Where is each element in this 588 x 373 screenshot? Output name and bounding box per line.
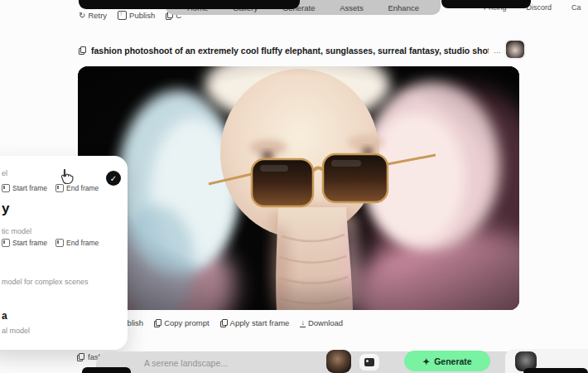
apply-frame-icon [220, 319, 228, 327]
retry-label: Retry [88, 11, 107, 20]
model-option-1-subtitle: el [2, 169, 7, 177]
side-card-image-edge [523, 368, 588, 373]
apply-start-frame-button[interactable]: Apply start frame [220, 318, 290, 327]
download-label: Download [308, 318, 343, 327]
previous-card-image-edge-right [441, 0, 531, 8]
sparkle-icon: ✦ [422, 356, 430, 366]
more-indicator[interactable]: … [494, 46, 501, 55]
detail-card-actions: Publish Copy prompt Apply start frame ↓ … [106, 318, 343, 327]
model-option-1-frames: Start frame End frame [2, 184, 99, 192]
model-option-2-frames: Start frame End frame [2, 239, 99, 247]
generated-image-preview[interactable] [78, 66, 519, 310]
history-card-actions: ↻ Retry Publish C [79, 11, 181, 20]
download-button[interactable]: ↓ Download [300, 318, 343, 327]
publish-button[interactable]: Publish [118, 11, 155, 20]
start-frame-button[interactable]: Start frame [2, 239, 47, 247]
end-frame-button[interactable]: End frame [55, 239, 99, 247]
model-option-3-subtitle: model for complex scenes [2, 278, 89, 286]
start-frame-label: Start frame [12, 184, 47, 192]
copy-prompt-button[interactable]: Copy prompt [154, 318, 209, 327]
model-selection-menu: el Start frame End frame ✓ y tic model S… [0, 156, 128, 350]
selected-check-badge[interactable]: ✓ [106, 171, 121, 186]
app-screen: Home Gallery Generate Assets Enhance Pri… [0, 0, 588, 373]
frame-icon [2, 184, 10, 192]
publish-icon [118, 11, 127, 20]
generate-label: Generate [434, 356, 472, 366]
model-option-2-subtitle: tic model [2, 227, 31, 235]
prompt-row: fashion photoshoot of an extremely cool … [79, 41, 526, 60]
copy-prompt-icon[interactable] [79, 46, 86, 55]
next-card-image-edge [82, 367, 131, 373]
model-option-4-subtitle: al model [2, 327, 30, 335]
publish-label: Publish [129, 11, 155, 20]
image-icon [364, 358, 374, 366]
link-cut-off[interactable]: Ca [571, 3, 581, 12]
start-frame-button[interactable]: Start frame [2, 184, 47, 192]
prompt-text: fashion photoshoot of an extremely cool … [91, 46, 489, 56]
model-option-4-title[interactable]: a [2, 310, 7, 322]
prompt-input[interactable] [142, 356, 320, 371]
apply-start-frame-label: Apply start frame [230, 318, 290, 327]
model-option-2-title[interactable]: y [2, 201, 9, 217]
generate-button[interactable]: ✦ Generate [404, 351, 490, 371]
frame-icon [2, 239, 10, 247]
end-frame-label: End frame [66, 239, 99, 247]
result-thumbnail-avatar[interactable] [506, 41, 524, 58]
tab-assets[interactable]: Assets [340, 3, 364, 12]
download-icon: ↓ [300, 319, 306, 327]
cursor-pointer [56, 167, 76, 189]
copy-icon[interactable] [77, 353, 84, 361]
copy-icon [154, 319, 161, 327]
previous-card-image-edge [79, 0, 300, 9]
fluffy-elephant-image [78, 66, 519, 310]
retry-icon: ↻ [79, 12, 85, 20]
add-image-button[interactable] [359, 354, 379, 371]
reference-image-thumbnail[interactable] [326, 350, 351, 373]
start-frame-label: Start frame [12, 239, 47, 247]
tab-enhance[interactable]: Enhance [388, 3, 419, 12]
retry-button[interactable]: ↻ Retry [79, 11, 107, 20]
frame-icon [55, 239, 64, 247]
copy-prompt-label: Copy prompt [164, 318, 209, 327]
